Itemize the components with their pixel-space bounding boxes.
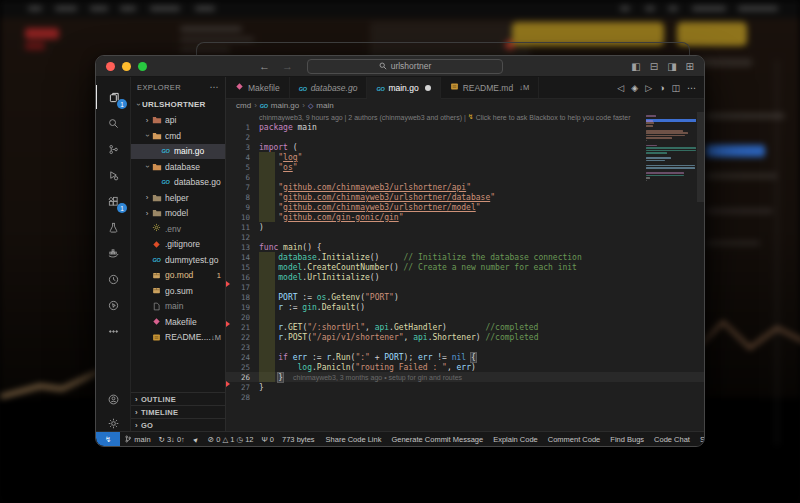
- explorer-item-cmd[interactable]: ›cmd: [131, 128, 225, 144]
- section-outline[interactable]: ›OUTLINE: [131, 392, 225, 405]
- code-line-25[interactable]: 25 log.Panicln("routing Failed : ", err): [226, 362, 704, 372]
- code-line-28[interactable]: 28: [226, 392, 704, 402]
- code-editor[interactable]: chinmayweb3, 9 hours ago | 2 authors (ch…: [226, 112, 704, 431]
- code-line-12[interactable]: 12: [226, 232, 704, 242]
- explorer-item-helper[interactable]: ›helper: [131, 190, 225, 206]
- zoom-window-button[interactable]: [138, 62, 147, 71]
- section-timeline[interactable]: ›TIMELINE: [131, 405, 225, 418]
- explorer-item-database-go[interactable]: GOdatabase.go: [131, 175, 225, 191]
- code-line-10[interactable]: 10 "github.com/gin-gonic/gin": [226, 212, 704, 222]
- statusbar-ports-item[interactable]: Ψ 0: [258, 432, 279, 446]
- activity-remote-explorer-icon[interactable]: [96, 293, 131, 317]
- statusbar-explain-code[interactable]: Explain Code: [488, 435, 543, 444]
- statusbar-bytes-item[interactable]: 773 bytes: [278, 432, 319, 446]
- activity-settings-icon[interactable]: [96, 411, 131, 435]
- tab-readme-md[interactable]: README.md↓M: [441, 77, 540, 98]
- minimize-window-button[interactable]: [122, 62, 131, 71]
- code-line-20[interactable]: 20: [226, 312, 704, 322]
- code-line-9[interactable]: 9 "github.com/chinmayweb3/urlshortner/mo…: [226, 202, 704, 212]
- explorer-item-go-sum[interactable]: go.sum: [131, 283, 225, 299]
- activity-source-control-icon[interactable]: [96, 137, 131, 161]
- code-line-26[interactable]: 26 }chinmayweb3, 3 months ago • setup fo…: [226, 372, 704, 382]
- blackbox-icon[interactable]: ◑: [659, 83, 664, 93]
- code-line-14[interactable]: 14 database.Initialize() // Initialize t…: [226, 252, 704, 262]
- section-go[interactable]: ›GO: [131, 418, 225, 431]
- code-line-15[interactable]: 15 model.CreateCountNumber() // Create a…: [226, 262, 704, 272]
- codelens[interactable]: chinmayweb3, 9 hours ago | 2 authors (ch…: [226, 112, 704, 122]
- explorer-item-model[interactable]: ›model: [131, 206, 225, 222]
- code-line-17[interactable]: 17: [226, 282, 704, 292]
- code-line-18[interactable]: 18 PORT := os.Getenv("PORT"): [226, 292, 704, 302]
- code-line-23[interactable]: 23: [226, 342, 704, 352]
- activity-search-icon[interactable]: [96, 111, 131, 135]
- go-forward-icon[interactable]: →: [282, 60, 293, 72]
- explorer-item-go-mod[interactable]: go.mod1: [131, 268, 225, 284]
- open-changes-icon[interactable]: ◈: [631, 83, 638, 93]
- activity-accounts-icon[interactable]: [96, 387, 131, 411]
- code-line-22[interactable]: 22 r.POST("/api/v1/shortener", api.Short…: [226, 332, 704, 342]
- code-line-7[interactable]: 7 "github.com/chinmayweb3/urlshortner/ap…: [226, 182, 704, 192]
- explorer-item--env[interactable]: .env: [131, 221, 225, 237]
- code-line-1[interactable]: 1package main: [226, 122, 704, 132]
- explorer-more-icon[interactable]: ⋯: [210, 82, 219, 92]
- code-line-16[interactable]: 16 model.UrlInitialize(): [226, 272, 704, 282]
- code-line-2[interactable]: 2: [226, 132, 704, 142]
- split-editor-icon[interactable]: ◫: [671, 83, 680, 93]
- activity-explorer-icon[interactable]: 1: [96, 85, 131, 109]
- toggle-secondary-sidebar-icon[interactable]: ◨: [667, 61, 676, 72]
- activity-extensions-icon[interactable]: 1: [96, 189, 131, 213]
- more-actions-icon[interactable]: ⋯: [687, 83, 696, 93]
- code-line-8[interactable]: 8 "github.com/chinmayweb3/urlshortner/da…: [226, 192, 704, 202]
- statusbar-search[interactable]: Search: [695, 435, 705, 444]
- minimap-slider[interactable]: [697, 112, 704, 202]
- breadcrumb[interactable]: cmd›GOmain.go›◇main: [226, 99, 704, 112]
- code-line-6[interactable]: 6: [226, 172, 704, 182]
- activity-testing-icon[interactable]: [96, 215, 131, 239]
- statusbar-launchpad-item[interactable]: ▲: [189, 432, 204, 446]
- code-line-13[interactable]: 13func main() {: [226, 242, 704, 252]
- explorer-item-readme-[interactable]: README....↓M: [131, 330, 225, 346]
- explorer-item--gitignore[interactable]: .gitignore: [131, 237, 225, 253]
- activity-run-debug-icon[interactable]: [96, 163, 131, 187]
- statusbar-share-code-link[interactable]: Share Code Link: [321, 435, 387, 444]
- toggle-primary-sidebar-icon[interactable]: ◧: [631, 61, 640, 72]
- tab-makefile[interactable]: Makefile: [226, 77, 290, 98]
- next-change-icon[interactable]: ▷: [645, 83, 652, 93]
- explorer-item-api[interactable]: ›api: [131, 113, 225, 129]
- explorer-item-database[interactable]: ›database: [131, 159, 225, 175]
- close-window-button[interactable]: [106, 62, 115, 71]
- statusbar-problems-item[interactable]: ⊘ 0 △ 1 ◷ 12: [204, 432, 258, 446]
- code-line-24[interactable]: 24 if err := r.Run(":" + PORT); err != n…: [226, 352, 704, 362]
- explorer-item-makefile[interactable]: Makefile: [131, 314, 225, 330]
- explorer-item-urlshortner[interactable]: ›URLSHORTNER: [131, 97, 225, 113]
- statusbar-find-bugs[interactable]: Find Bugs: [605, 435, 649, 444]
- code-line-3[interactable]: 3import (: [226, 142, 704, 152]
- code-line-19[interactable]: 19 r := gin.Default(): [226, 302, 704, 312]
- explorer-item-dummytest-go[interactable]: GOdummytest.go: [131, 252, 225, 268]
- activity-docker-icon[interactable]: [96, 241, 131, 265]
- prev-change-icon[interactable]: ◁: [617, 83, 624, 93]
- chevron-right-icon: ›: [143, 209, 151, 218]
- statusbar-code-chat[interactable]: Code Chat: [649, 435, 695, 444]
- window-controls[interactable]: [106, 62, 147, 71]
- explorer-item-main[interactable]: main: [131, 299, 225, 315]
- minimap[interactable]: [646, 115, 696, 185]
- code-line-5[interactable]: 5 "os": [226, 162, 704, 172]
- code-line-21[interactable]: 21 r.GET("/:shortUrl", api.GetHandler) /…: [226, 322, 704, 332]
- statusbar-comment-code[interactable]: Comment Code: [543, 435, 606, 444]
- tab-main-go[interactable]: GOmain.go: [367, 77, 440, 99]
- command-center-search[interactable]: urlshortner: [307, 59, 503, 74]
- code-line-11[interactable]: 11): [226, 222, 704, 232]
- code-line-4[interactable]: 4 "log": [226, 152, 704, 162]
- go-back-icon[interactable]: ←: [259, 60, 270, 72]
- statusbar-generate-commit-message[interactable]: Generate Commit Message: [386, 435, 488, 444]
- tab-database-go[interactable]: GOdatabase.go: [290, 77, 368, 98]
- activity-more-views-icon[interactable]: [96, 319, 131, 343]
- code-line-27[interactable]: 27}: [226, 382, 704, 392]
- statusbar-sync-item[interactable]: ↻ 3↓ 0↑: [155, 432, 189, 446]
- customize-layout-icon[interactable]: ⊞: [686, 61, 694, 72]
- toggle-panel-icon[interactable]: ⊟: [650, 61, 658, 72]
- activity-history-icon[interactable]: [96, 267, 131, 291]
- dirty-indicator[interactable]: [425, 85, 431, 91]
- explorer-item-main-go[interactable]: GOmain.go: [131, 144, 225, 160]
